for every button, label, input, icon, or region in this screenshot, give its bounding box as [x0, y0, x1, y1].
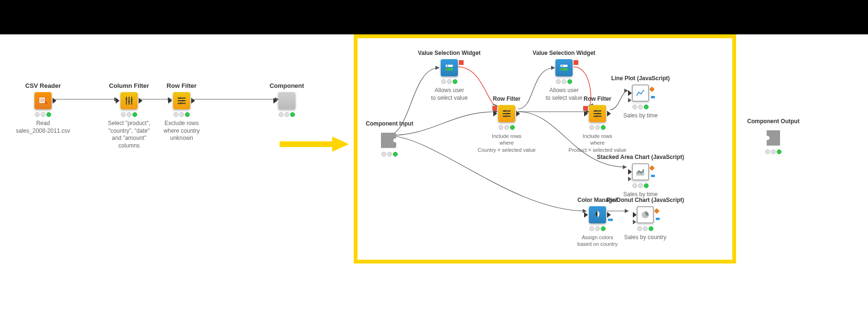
- node-desc: Exclude rows where country unknown: [143, 120, 220, 142]
- status-lights: [358, 152, 421, 157]
- node-value-selection-1[interactable]: Value Selection Widget Allows user to se…: [411, 50, 488, 102]
- node-title: Component Output: [740, 118, 807, 125]
- value-selection-icon: [555, 59, 573, 76]
- component-icon: [278, 92, 295, 109]
- node-desc: Read sales_2008-2011.csv: [5, 120, 81, 135]
- status-lights: [526, 79, 602, 84]
- node-component[interactable]: Component: [249, 82, 325, 117]
- node-desc: Sales by country: [600, 234, 691, 242]
- node-value-selection-2[interactable]: Value Selection Widget Allows user to se…: [526, 50, 602, 102]
- component-output-icon: [764, 127, 783, 147]
- component-input-icon: [380, 130, 399, 149]
- value-selection-icon: [441, 59, 458, 76]
- node-title: Component Input: [358, 120, 421, 127]
- node-title: CSV Reader: [5, 82, 81, 89]
- csv-reader-icon: [34, 92, 52, 109]
- node-component-output[interactable]: Component Output: [740, 118, 807, 154]
- node-component-input[interactable]: Component Input: [358, 120, 421, 157]
- svg-rect-4: [446, 65, 453, 67]
- status-lights: [593, 183, 688, 188]
- node-desc: Sales by time: [602, 112, 679, 120]
- node-desc: Include rows where Country = selected va…: [468, 133, 545, 153]
- node-title: Stacked Area Chart (JavaScript): [593, 154, 688, 160]
- node-title: Value Selection Widget: [526, 50, 602, 56]
- node-row-filter-left[interactable]: Row Filter Exclude rows where country un…: [143, 82, 220, 142]
- status-lights: [249, 112, 325, 117]
- status-lights: [143, 112, 220, 117]
- stacked-area-icon: [632, 163, 649, 180]
- svg-rect-8: [561, 65, 568, 67]
- line-plot-icon: [632, 84, 649, 102]
- node-title: Row Filter: [143, 82, 220, 89]
- node-line-plot[interactable]: Line Plot (JavaScript) Sales by time: [602, 75, 679, 120]
- status-lights: [740, 149, 807, 154]
- node-csv-reader[interactable]: CSV Reader Read sales_2008-2011.csv: [5, 82, 81, 135]
- workflow-canvas[interactable]: CSV Reader Read sales_2008-2011.csv Colu…: [0, 34, 868, 327]
- top-black-bar: [0, 0, 868, 34]
- column-filter-icon: [120, 92, 138, 109]
- svg-point-11: [562, 69, 563, 70]
- node-title: Value Selection Widget: [411, 50, 488, 56]
- node-row-filter-country[interactable]: Row Filter Include rows where Country = …: [468, 95, 545, 153]
- pie-chart-icon: [637, 206, 654, 223]
- svg-point-7: [447, 69, 448, 70]
- svg-rect-9: [561, 68, 568, 71]
- status-lights: [559, 125, 636, 130]
- status-lights: [602, 105, 679, 109]
- node-stacked-area[interactable]: Stacked Area Chart (JavaScript) Sales by…: [593, 154, 688, 199]
- status-lights: [5, 112, 81, 117]
- expand-arrow-icon: [277, 135, 354, 156]
- svg-rect-5: [446, 68, 453, 71]
- row-filter-icon: [498, 105, 515, 122]
- node-title: Pie/Donut Chart (JavaScript): [600, 197, 691, 203]
- node-pie-donut[interactable]: Pie/Donut Chart (JavaScript) Sales by co…: [600, 197, 691, 242]
- svg-point-6: [447, 65, 448, 67]
- status-lights: [411, 79, 488, 84]
- node-title: Row Filter: [468, 95, 545, 102]
- svg-point-10: [562, 65, 563, 67]
- node-title: Component: [249, 82, 325, 89]
- node-desc: Include rows where Product = selected va…: [559, 133, 636, 153]
- row-filter-icon: [173, 92, 190, 109]
- node-title: Line Plot (JavaScript): [602, 75, 679, 82]
- status-lights: [468, 125, 545, 130]
- status-lights: [600, 226, 691, 231]
